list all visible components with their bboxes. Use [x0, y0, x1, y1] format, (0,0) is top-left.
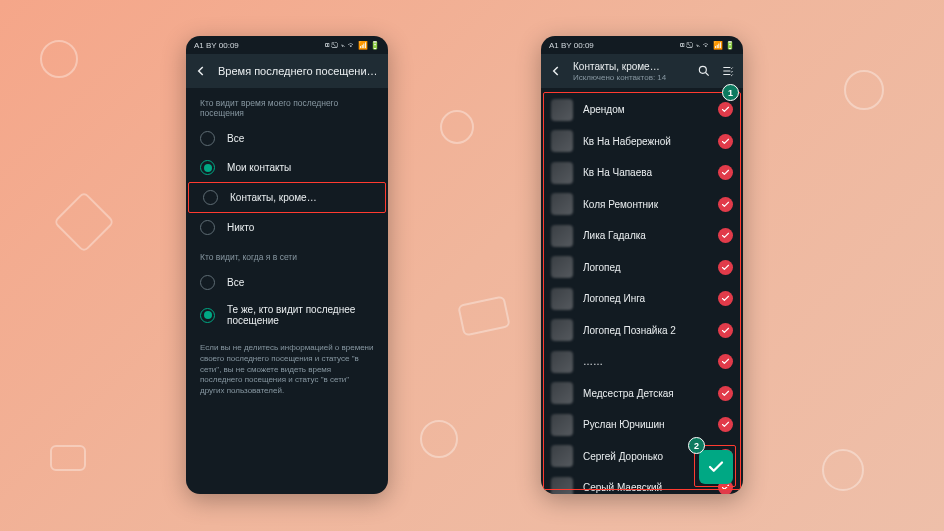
appbar-title: Время последнего посещения и статус… — [218, 65, 380, 77]
contact-row[interactable]: Логопед Познайка 2 — [541, 315, 743, 347]
avatar — [551, 351, 573, 373]
avatar — [551, 319, 573, 341]
check-icon[interactable] — [718, 165, 733, 180]
contact-name: Арендом — [583, 104, 708, 115]
phone-right: A1 BY 00:09 ◫ ⎋ ⌁ ᯤ 📶 🔋 Контакты, кроме…… — [541, 36, 743, 494]
contact-row[interactable]: Кв На Набережной — [541, 126, 743, 158]
section-online: Кто видит, когда я в сети — [186, 242, 388, 268]
search-icon[interactable] — [697, 64, 711, 78]
contact-name: Серый Маевский — [583, 482, 708, 493]
check-icon[interactable] — [718, 323, 733, 338]
check-icon[interactable] — [718, 291, 733, 306]
contact-row[interactable]: Медсестра Детская — [541, 378, 743, 410]
avatar — [551, 256, 573, 278]
status-bar: A1 BY 00:09 ◫ ⎋ ⌁ ᯤ 📶 🔋 — [541, 36, 743, 54]
contact-name: Сергей Доронько — [583, 451, 708, 462]
check-icon[interactable] — [718, 197, 733, 212]
radio-nobody[interactable]: Никто — [186, 213, 388, 242]
avatar — [551, 382, 573, 404]
status-icons: ◫ ⎋ ⌁ ᯤ 📶 🔋 — [325, 41, 380, 50]
contact-row[interactable]: Кв На Чапаева — [541, 157, 743, 189]
svg-point-0 — [699, 66, 706, 73]
check-icon[interactable] — [718, 260, 733, 275]
avatar — [551, 477, 573, 494]
contact-row[interactable]: Лика Гадалка — [541, 220, 743, 252]
badge-1: 1 — [722, 84, 739, 101]
radio-my-contacts[interactable]: Мои контакты — [186, 153, 388, 182]
contact-row[interactable]: Логопед Инга — [541, 283, 743, 315]
avatar — [551, 193, 573, 215]
status-bar: A1 BY 00:09 ◫ ⎋ ⌁ ᯤ 📶 🔋 — [186, 36, 388, 54]
app-bar: Время последнего посещения и статус… — [186, 54, 388, 88]
back-icon[interactable] — [549, 64, 563, 78]
avatar — [551, 288, 573, 310]
badge-2: 2 — [688, 437, 705, 454]
check-icon[interactable] — [718, 102, 733, 117]
highlight-contacts-except: Контакты, кроме… — [188, 182, 386, 213]
check-icon[interactable] — [718, 417, 733, 432]
contact-name: …… — [583, 356, 708, 367]
contact-name: Логопед Инга — [583, 293, 708, 304]
background — [0, 0, 944, 531]
phone-left: A1 BY 00:09 ◫ ⎋ ⌁ ᯤ 📶 🔋 Время последнего… — [186, 36, 388, 494]
contact-name: Кв На Чапаева — [583, 167, 708, 178]
check-icon[interactable] — [718, 134, 733, 149]
contact-name: Лика Гадалка — [583, 230, 708, 241]
avatar — [551, 414, 573, 436]
avatar — [551, 162, 573, 184]
contact-row[interactable]: Коля Ремонтник — [541, 189, 743, 221]
radio-online-same[interactable]: Те же, кто видит последнее посещение — [186, 297, 388, 333]
appbar-subtitle: Исключено контактов: 14 — [573, 73, 687, 82]
contact-name: Медсестра Детская — [583, 388, 708, 399]
contact-name: Коля Ремонтник — [583, 199, 708, 210]
radio-all[interactable]: Все — [186, 124, 388, 153]
status-icons: ◫ ⎋ ⌁ ᯤ 📶 🔋 — [680, 41, 735, 50]
avatar — [551, 99, 573, 121]
section-last-seen: Кто видит время моего последнего посещен… — [186, 88, 388, 124]
contact-name: Руслан Юрчишин — [583, 419, 708, 430]
contacts-list[interactable]: АрендомКв На НабережнойКв На ЧапаеваКоля… — [541, 94, 743, 494]
contact-row[interactable]: …… — [541, 346, 743, 378]
contact-row[interactable]: Руслан Юрчишин — [541, 409, 743, 441]
info-text: Если вы не делитесь информацией о времен… — [186, 333, 388, 407]
avatar — [551, 225, 573, 247]
avatar — [551, 130, 573, 152]
back-icon[interactable] — [194, 64, 208, 78]
select-all-icon[interactable] — [721, 64, 735, 78]
contact-row[interactable]: Логопед — [541, 252, 743, 284]
contact-name: Логопед — [583, 262, 708, 273]
radio-contacts-except[interactable]: Контакты, кроме… — [189, 183, 385, 212]
contact-name: Кв На Набережной — [583, 136, 708, 147]
check-icon[interactable] — [718, 386, 733, 401]
appbar-title: Контакты, кроме… — [573, 61, 687, 72]
contact-row[interactable]: Арендом — [541, 94, 743, 126]
app-bar: Контакты, кроме… Исключено контактов: 14 — [541, 54, 743, 88]
contact-name: Логопед Познайка 2 — [583, 325, 708, 336]
radio-online-all[interactable]: Все — [186, 268, 388, 297]
check-icon[interactable] — [718, 354, 733, 369]
confirm-fab[interactable] — [699, 450, 733, 484]
avatar — [551, 445, 573, 467]
check-icon[interactable] — [718, 228, 733, 243]
